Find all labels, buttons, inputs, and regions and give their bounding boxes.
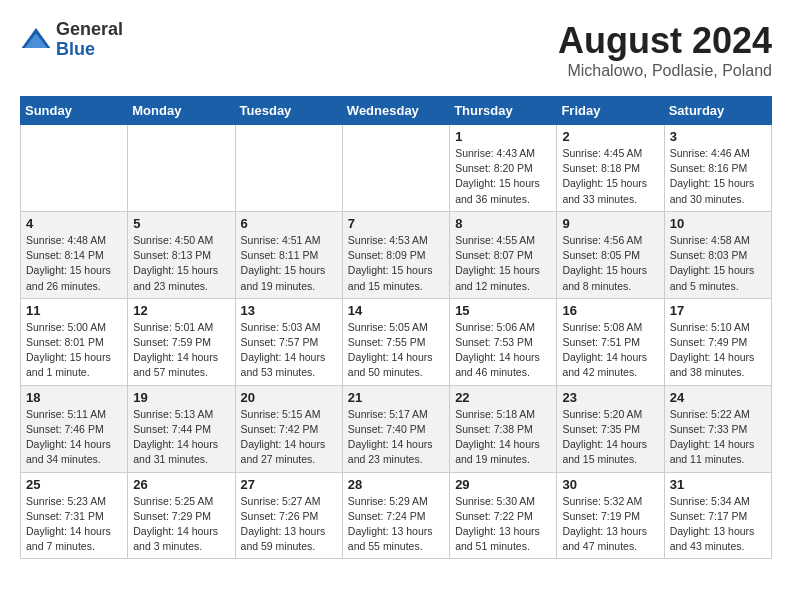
- day-number: 26: [133, 477, 229, 492]
- day-number: 20: [241, 390, 337, 405]
- day-number: 28: [348, 477, 444, 492]
- calendar-cell: 1Sunrise: 4:43 AMSunset: 8:20 PMDaylight…: [450, 125, 557, 212]
- weekday-friday: Friday: [557, 97, 664, 125]
- day-info: Sunrise: 5:27 AMSunset: 7:26 PMDaylight:…: [241, 494, 337, 555]
- calendar-cell: 3Sunrise: 4:46 AMSunset: 8:16 PMDaylight…: [664, 125, 771, 212]
- logo-blue: Blue: [56, 40, 123, 60]
- day-number: 30: [562, 477, 658, 492]
- day-info: Sunrise: 5:00 AMSunset: 8:01 PMDaylight:…: [26, 320, 122, 381]
- calendar-cell: 13Sunrise: 5:03 AMSunset: 7:57 PMDayligh…: [235, 298, 342, 385]
- logo: General Blue: [20, 20, 123, 60]
- weekday-saturday: Saturday: [664, 97, 771, 125]
- day-info: Sunrise: 5:11 AMSunset: 7:46 PMDaylight:…: [26, 407, 122, 468]
- day-number: 5: [133, 216, 229, 231]
- day-info: Sunrise: 4:43 AMSunset: 8:20 PMDaylight:…: [455, 146, 551, 207]
- day-info: Sunrise: 4:53 AMSunset: 8:09 PMDaylight:…: [348, 233, 444, 294]
- day-number: 12: [133, 303, 229, 318]
- logo-text: General Blue: [56, 20, 123, 60]
- day-info: Sunrise: 4:45 AMSunset: 8:18 PMDaylight:…: [562, 146, 658, 207]
- day-number: 14: [348, 303, 444, 318]
- weekday-thursday: Thursday: [450, 97, 557, 125]
- day-number: 6: [241, 216, 337, 231]
- weekday-wednesday: Wednesday: [342, 97, 449, 125]
- day-info: Sunrise: 5:20 AMSunset: 7:35 PMDaylight:…: [562, 407, 658, 468]
- day-number: 17: [670, 303, 766, 318]
- day-number: 3: [670, 129, 766, 144]
- weekday-tuesday: Tuesday: [235, 97, 342, 125]
- day-number: 25: [26, 477, 122, 492]
- calendar-cell: 4Sunrise: 4:48 AMSunset: 8:14 PMDaylight…: [21, 211, 128, 298]
- calendar-cell: 18Sunrise: 5:11 AMSunset: 7:46 PMDayligh…: [21, 385, 128, 472]
- day-info: Sunrise: 4:55 AMSunset: 8:07 PMDaylight:…: [455, 233, 551, 294]
- day-number: 15: [455, 303, 551, 318]
- day-info: Sunrise: 5:17 AMSunset: 7:40 PMDaylight:…: [348, 407, 444, 468]
- logo-general: General: [56, 20, 123, 40]
- day-number: 18: [26, 390, 122, 405]
- day-number: 9: [562, 216, 658, 231]
- calendar-body: 1Sunrise: 4:43 AMSunset: 8:20 PMDaylight…: [21, 125, 772, 559]
- calendar-table: SundayMondayTuesdayWednesdayThursdayFrid…: [20, 96, 772, 559]
- day-number: 10: [670, 216, 766, 231]
- day-info: Sunrise: 5:03 AMSunset: 7:57 PMDaylight:…: [241, 320, 337, 381]
- day-number: 31: [670, 477, 766, 492]
- day-info: Sunrise: 5:18 AMSunset: 7:38 PMDaylight:…: [455, 407, 551, 468]
- calendar-cell: [128, 125, 235, 212]
- day-number: 22: [455, 390, 551, 405]
- calendar-cell: [342, 125, 449, 212]
- day-info: Sunrise: 5:13 AMSunset: 7:44 PMDaylight:…: [133, 407, 229, 468]
- calendar-cell: 21Sunrise: 5:17 AMSunset: 7:40 PMDayligh…: [342, 385, 449, 472]
- weekday-row: SundayMondayTuesdayWednesdayThursdayFrid…: [21, 97, 772, 125]
- weekday-sunday: Sunday: [21, 97, 128, 125]
- week-row-2: 4Sunrise: 4:48 AMSunset: 8:14 PMDaylight…: [21, 211, 772, 298]
- calendar-cell: 31Sunrise: 5:34 AMSunset: 7:17 PMDayligh…: [664, 472, 771, 559]
- calendar-cell: 23Sunrise: 5:20 AMSunset: 7:35 PMDayligh…: [557, 385, 664, 472]
- title-block: August 2024 Michalowo, Podlasie, Poland: [558, 20, 772, 80]
- day-info: Sunrise: 5:01 AMSunset: 7:59 PMDaylight:…: [133, 320, 229, 381]
- day-number: 21: [348, 390, 444, 405]
- calendar-cell: [235, 125, 342, 212]
- day-info: Sunrise: 5:34 AMSunset: 7:17 PMDaylight:…: [670, 494, 766, 555]
- day-number: 1: [455, 129, 551, 144]
- calendar-cell: 5Sunrise: 4:50 AMSunset: 8:13 PMDaylight…: [128, 211, 235, 298]
- day-info: Sunrise: 5:05 AMSunset: 7:55 PMDaylight:…: [348, 320, 444, 381]
- day-number: 16: [562, 303, 658, 318]
- calendar-header: SundayMondayTuesdayWednesdayThursdayFrid…: [21, 97, 772, 125]
- day-info: Sunrise: 5:30 AMSunset: 7:22 PMDaylight:…: [455, 494, 551, 555]
- logo-icon: [20, 24, 52, 56]
- calendar-cell: 6Sunrise: 4:51 AMSunset: 8:11 PMDaylight…: [235, 211, 342, 298]
- calendar-cell: 29Sunrise: 5:30 AMSunset: 7:22 PMDayligh…: [450, 472, 557, 559]
- calendar-title: August 2024: [558, 20, 772, 62]
- calendar-cell: 17Sunrise: 5:10 AMSunset: 7:49 PMDayligh…: [664, 298, 771, 385]
- day-info: Sunrise: 5:25 AMSunset: 7:29 PMDaylight:…: [133, 494, 229, 555]
- calendar-cell: 24Sunrise: 5:22 AMSunset: 7:33 PMDayligh…: [664, 385, 771, 472]
- calendar-cell: [21, 125, 128, 212]
- day-info: Sunrise: 5:32 AMSunset: 7:19 PMDaylight:…: [562, 494, 658, 555]
- day-number: 27: [241, 477, 337, 492]
- calendar-cell: 15Sunrise: 5:06 AMSunset: 7:53 PMDayligh…: [450, 298, 557, 385]
- calendar-cell: 12Sunrise: 5:01 AMSunset: 7:59 PMDayligh…: [128, 298, 235, 385]
- calendar-cell: 22Sunrise: 5:18 AMSunset: 7:38 PMDayligh…: [450, 385, 557, 472]
- calendar-cell: 20Sunrise: 5:15 AMSunset: 7:42 PMDayligh…: [235, 385, 342, 472]
- day-number: 8: [455, 216, 551, 231]
- week-row-3: 11Sunrise: 5:00 AMSunset: 8:01 PMDayligh…: [21, 298, 772, 385]
- calendar-cell: 14Sunrise: 5:05 AMSunset: 7:55 PMDayligh…: [342, 298, 449, 385]
- day-info: Sunrise: 5:06 AMSunset: 7:53 PMDaylight:…: [455, 320, 551, 381]
- day-info: Sunrise: 5:29 AMSunset: 7:24 PMDaylight:…: [348, 494, 444, 555]
- day-info: Sunrise: 4:56 AMSunset: 8:05 PMDaylight:…: [562, 233, 658, 294]
- calendar-cell: 30Sunrise: 5:32 AMSunset: 7:19 PMDayligh…: [557, 472, 664, 559]
- page-header: General Blue August 2024 Michalowo, Podl…: [20, 20, 772, 80]
- day-info: Sunrise: 4:58 AMSunset: 8:03 PMDaylight:…: [670, 233, 766, 294]
- calendar-cell: 10Sunrise: 4:58 AMSunset: 8:03 PMDayligh…: [664, 211, 771, 298]
- day-number: 13: [241, 303, 337, 318]
- calendar-cell: 8Sunrise: 4:55 AMSunset: 8:07 PMDaylight…: [450, 211, 557, 298]
- calendar-cell: 28Sunrise: 5:29 AMSunset: 7:24 PMDayligh…: [342, 472, 449, 559]
- calendar-cell: 9Sunrise: 4:56 AMSunset: 8:05 PMDaylight…: [557, 211, 664, 298]
- calendar-location: Michalowo, Podlasie, Poland: [558, 62, 772, 80]
- day-info: Sunrise: 5:22 AMSunset: 7:33 PMDaylight:…: [670, 407, 766, 468]
- calendar-cell: 2Sunrise: 4:45 AMSunset: 8:18 PMDaylight…: [557, 125, 664, 212]
- day-number: 24: [670, 390, 766, 405]
- calendar-cell: 26Sunrise: 5:25 AMSunset: 7:29 PMDayligh…: [128, 472, 235, 559]
- calendar-cell: 16Sunrise: 5:08 AMSunset: 7:51 PMDayligh…: [557, 298, 664, 385]
- day-number: 2: [562, 129, 658, 144]
- day-info: Sunrise: 4:50 AMSunset: 8:13 PMDaylight:…: [133, 233, 229, 294]
